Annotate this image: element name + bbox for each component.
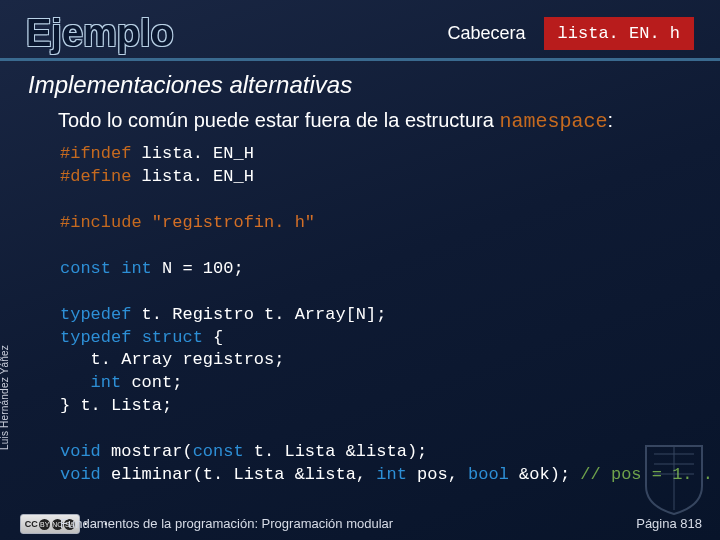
code-token: eliminar(t. Lista &lista, bbox=[101, 465, 376, 484]
filename-box: lista. EN. h bbox=[544, 17, 694, 50]
code-token: { bbox=[203, 328, 223, 347]
code-token: &ok); bbox=[509, 465, 580, 484]
code-block: #ifndef lista. EN_H #define lista. EN_H … bbox=[0, 141, 720, 533]
code-token bbox=[131, 328, 141, 347]
slide: Ejemplo Cabecera lista. EN. h Implementa… bbox=[0, 0, 720, 540]
code-token: lista. EN_H bbox=[131, 167, 253, 186]
code-token: const bbox=[60, 259, 111, 278]
code-token: #define bbox=[60, 167, 131, 186]
code-token: struct bbox=[142, 328, 203, 347]
intro-line: Todo lo común puede estar fuera de la es… bbox=[0, 105, 720, 141]
code-token: } t. Lista; bbox=[60, 396, 172, 415]
code-token: typedef bbox=[60, 305, 131, 324]
footer: Fundamentos de la programación: Programa… bbox=[0, 512, 720, 540]
intro-text: Todo lo común puede estar fuera de la es… bbox=[58, 109, 499, 131]
code-token: int bbox=[91, 373, 122, 392]
code-token bbox=[111, 259, 121, 278]
university-shield-icon bbox=[642, 442, 706, 516]
code-token: N = 100; bbox=[152, 259, 244, 278]
intro-colon: : bbox=[607, 109, 613, 131]
code-token: cont; bbox=[121, 373, 182, 392]
code-token: "registrofin. h" bbox=[152, 213, 315, 232]
code-token bbox=[60, 373, 91, 392]
code-token: int bbox=[121, 259, 152, 278]
code-token: #include bbox=[60, 213, 142, 232]
code-token: pos, bbox=[407, 465, 468, 484]
header-label: Cabecera bbox=[448, 17, 544, 50]
code-token: t. Array registros; bbox=[60, 350, 284, 369]
code-token: void bbox=[60, 442, 101, 461]
code-token: lista. EN_H bbox=[131, 144, 253, 163]
code-token: bool bbox=[468, 465, 509, 484]
code-token: t. Lista &lista); bbox=[244, 442, 428, 461]
subtitle: Implementaciones alternativas bbox=[0, 61, 720, 105]
code-token: t. Registro t. Array[N]; bbox=[131, 305, 386, 324]
author-vertical: Luis Hernández Yáñez bbox=[0, 345, 10, 450]
namespace-keyword: namespace bbox=[499, 110, 607, 133]
code-token: void bbox=[60, 465, 101, 484]
code-token: const bbox=[193, 442, 244, 461]
footer-text: Fundamentos de la programación: Programa… bbox=[60, 516, 636, 531]
code-token: mostrar( bbox=[101, 442, 193, 461]
code-token: #ifndef bbox=[60, 144, 131, 163]
code-token: int bbox=[376, 465, 407, 484]
slide-title: Ejemplo bbox=[26, 14, 174, 52]
code-token: typedef bbox=[60, 328, 131, 347]
code-token bbox=[142, 213, 152, 232]
page-number: Página 818 bbox=[636, 516, 702, 531]
header-row: Ejemplo Cabecera lista. EN. h bbox=[0, 0, 720, 61]
